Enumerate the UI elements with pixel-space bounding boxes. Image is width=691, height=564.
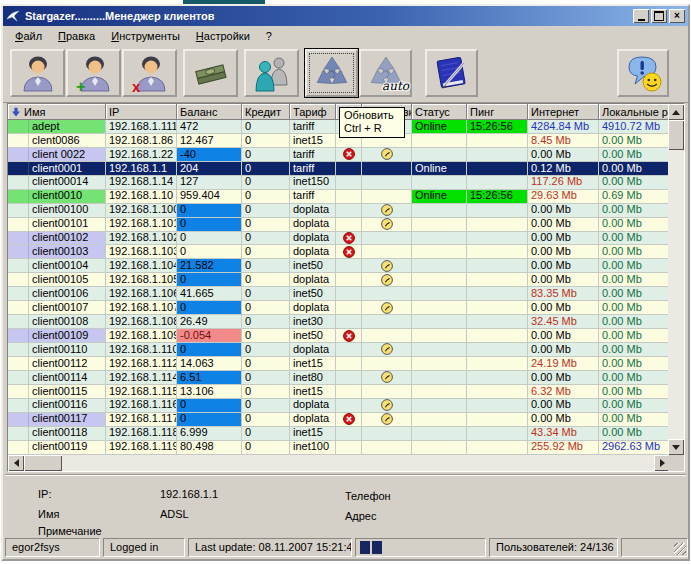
- close-button[interactable]: ×: [669, 9, 685, 23]
- cell-frozen: [362, 315, 412, 329]
- scroll-up-button[interactable]: [668, 104, 684, 120]
- frozen-clock-icon: [381, 148, 393, 160]
- cell-credit: 0: [242, 413, 290, 427]
- toolbar-delete-user-button[interactable]: x: [122, 49, 177, 97]
- frozen-clock-icon: [381, 302, 393, 314]
- table-row[interactable]: client00117192.168.1.11700doplata0.00 Mb…: [8, 413, 684, 427]
- table-row[interactable]: client00105192.168.1.10500doplata0.00 Mb…: [8, 273, 684, 287]
- table-row[interactable]: client00107192.168.1.10700doplata0.00 Mb…: [8, 301, 684, 315]
- column-header-ip[interactable]: IP: [106, 104, 177, 120]
- cell-ping: [467, 315, 528, 329]
- cell-internet: 43.34 Mb: [528, 427, 599, 441]
- scroll-down-button[interactable]: [668, 439, 684, 455]
- scroll-left-button[interactable]: [8, 455, 24, 471]
- column-header-internet[interactable]: Интернет: [528, 104, 599, 120]
- cell-credit: 0: [242, 343, 290, 357]
- cell-credit: 0: [242, 273, 290, 287]
- menu-item-help[interactable]: ?: [258, 28, 280, 44]
- column-header-tariff[interactable]: Тариф: [290, 104, 336, 120]
- horizontal-scrollbar[interactable]: [8, 455, 670, 471]
- cell-status: Online: [412, 162, 467, 176]
- column-header-local[interactable]: Локальные р: [599, 104, 670, 120]
- vertical-scrollbar[interactable]: [668, 104, 684, 455]
- refresh-recycle-icon: [312, 53, 352, 93]
- table-row[interactable]: client00115192.168.1.11513.1060inet156.3…: [8, 385, 684, 399]
- cell-blocked: [336, 427, 362, 441]
- cell-blocked: [336, 315, 362, 329]
- cell-name: client00115: [8, 385, 106, 399]
- table-row[interactable]: client00104192.168.1.10421.5820inet500.0…: [8, 259, 684, 273]
- menu-item-tools[interactable]: Инструменты: [103, 28, 188, 44]
- cell-name: clent0086: [8, 134, 106, 148]
- column-header-balance[interactable]: Баланс: [177, 104, 242, 120]
- toolbar-money-button[interactable]: [183, 49, 238, 97]
- table-row[interactable]: client00108192.168.1.10826.490inet3032.4…: [8, 315, 684, 329]
- table-row[interactable]: client00109192.168.1.109-0.0540inet500.0…: [8, 329, 684, 343]
- toolbar-about-button[interactable]: [617, 49, 669, 97]
- cell-name: client00119: [8, 441, 106, 455]
- cell-balance: 0: [177, 343, 242, 357]
- cell-status: [412, 259, 467, 273]
- resize-grip[interactable]: [674, 543, 686, 555]
- menu-item-settings[interactable]: Настройки: [188, 28, 258, 44]
- cell-internet: 0.00 Mb: [528, 329, 599, 343]
- table-row[interactable]: client00014192.168.1.141270inet150117.26…: [8, 176, 684, 190]
- maximize-button[interactable]: [651, 9, 667, 23]
- horizontal-scroll-thumb[interactable]: [24, 455, 62, 471]
- cell-credit: 0: [242, 399, 290, 413]
- table-row[interactable]: client0001192.168.1.12040tariffOnline0.1…: [8, 162, 684, 176]
- toolbar-notebook-button[interactable]: [425, 49, 478, 97]
- cell-credit: 0: [242, 134, 290, 148]
- cell-status: [412, 273, 467, 287]
- cell-ping: [467, 204, 528, 218]
- cell-tariff: doplata: [290, 301, 336, 315]
- cell-tariff: tariff: [290, 190, 336, 204]
- table-row[interactable]: client00114192.168.1.1146.510inet800.00 …: [8, 371, 684, 385]
- column-header-ping[interactable]: Пинг: [467, 104, 528, 120]
- toolbar-user-button[interactable]: [10, 49, 65, 97]
- cell-name: client00104: [8, 259, 106, 273]
- statusbar-users-count: Пользователей: 24/136: [489, 538, 618, 557]
- cell-credit: 0: [242, 218, 290, 232]
- table-row[interactable]: client00100192.168.1.10000doplata0.00 Mb…: [8, 204, 684, 218]
- cell-local: 2962.63 Mb: [599, 441, 670, 455]
- cell-ip: 192.168.1.112: [106, 357, 177, 371]
- cell-tariff: doplata: [290, 245, 336, 259]
- cell-frozen: [362, 259, 412, 273]
- frozen-clock-icon: [381, 413, 393, 425]
- table-row[interactable]: client00116192.168.1.11600doplata0.00 Mb…: [8, 399, 684, 413]
- toolbar-add-user-button[interactable]: +: [66, 49, 121, 97]
- table-row[interactable]: client00110192.168.1.11000doplata0.00 Mb…: [8, 343, 684, 357]
- column-header-name[interactable]: Имя: [8, 104, 106, 120]
- minimize-button[interactable]: [633, 9, 649, 23]
- table-row[interactable]: client00106192.168.1.10641.6650inet5083.…: [8, 287, 684, 301]
- column-header-status[interactable]: Статус: [412, 104, 467, 120]
- cell-frozen: [362, 301, 412, 315]
- table-row[interactable]: client00112192.168.1.11214.0630inet1524.…: [8, 357, 684, 371]
- toolbar-users-button[interactable]: [244, 49, 299, 97]
- cell-blocked: [336, 329, 362, 343]
- title-bar[interactable]: Stargazer..........Менеджер клиентов ×: [3, 6, 688, 26]
- menu-item-edit[interactable]: Правка: [50, 28, 103, 44]
- table-row[interactable]: client00119192.168.1.11980.4980inet10025…: [8, 441, 684, 455]
- detail-note-label: Примечание: [38, 525, 102, 537]
- menu-item-file[interactable]: Файл: [7, 28, 50, 44]
- table-row[interactable]: client00103192.168.1.10300doplata0.00 Mb…: [8, 245, 684, 259]
- maximize-icon: [654, 11, 664, 21]
- cell-ip: 192.168.1.104: [106, 259, 177, 273]
- frozen-clock-icon: [381, 218, 393, 230]
- table-row[interactable]: client00118192.168.1.1186.9990inet1543.3…: [8, 427, 684, 441]
- cell-balance: 0: [177, 301, 242, 315]
- table-row[interactable]: client 0022192.168.1.22-400tariff0.00 Mb…: [8, 148, 684, 162]
- table-row[interactable]: client0010192.168.1.10959.4040tariffOnli…: [8, 190, 684, 204]
- toolbar-refresh-button[interactable]: [305, 49, 358, 97]
- table-row[interactable]: client00102192.168.1.10200doplata0.00 Mb…: [8, 232, 684, 246]
- table-row[interactable]: client00101192.168.1.10100doplata0.00 Mb…: [8, 218, 684, 232]
- cell-balance: 6.999: [177, 427, 242, 441]
- cell-frozen: [362, 329, 412, 343]
- column-header-credit[interactable]: Кредит: [242, 104, 290, 120]
- vertical-scroll-thumb[interactable]: [668, 120, 684, 150]
- cell-name: client00112: [8, 357, 106, 371]
- toolbar-auto-refresh-button[interactable]: auto: [359, 49, 412, 97]
- cell-blocked: [336, 259, 362, 273]
